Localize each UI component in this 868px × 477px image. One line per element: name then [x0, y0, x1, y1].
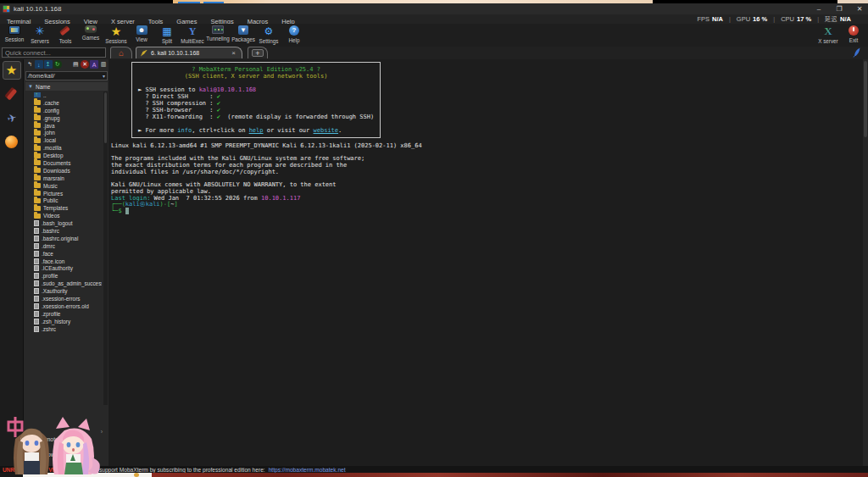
maximize-button[interactable]: ❐ [834, 5, 844, 13]
terminal-line: ? MobaXterm Personal Edition v25.4 ? [138, 66, 374, 73]
file-row[interactable]: .face.icon [25, 258, 102, 265]
packages-box-icon: ▼ [238, 25, 248, 35]
file-row[interactable]: .bashrc [25, 227, 102, 235]
view-button[interactable]: ☻View [129, 24, 154, 47]
file-name: marsrain [43, 175, 64, 181]
servers-button[interactable]: ✳Servers [27, 24, 53, 47]
toolbar-label: Tunneling [206, 36, 229, 42]
exit-button[interactable]: Exit [841, 24, 866, 47]
file-row[interactable]: .ICEauthority [25, 264, 102, 272]
sidebar-tab-sessions[interactable]: ★ [3, 61, 21, 80]
file-row[interactable]: .sudo_as_admin_successful [25, 280, 102, 287]
terminal-scrollbar[interactable] [863, 59, 868, 466]
file-row[interactable]: .xsession-errors [25, 295, 102, 302]
toolbar-label: MultiExec [181, 38, 203, 44]
rename-icon[interactable]: A [90, 60, 98, 69]
folder-icon [34, 198, 41, 203]
file-row[interactable]: .java [25, 122, 102, 130]
file-name: Public [43, 197, 58, 203]
file-row[interactable]: .Xauthority [25, 287, 102, 295]
file-row[interactable]: .zprofile [25, 310, 102, 318]
toolbar-label: Split [162, 38, 172, 44]
packages-button[interactable]: ▼Packages [231, 24, 256, 47]
session-button[interactable]: Session [2, 24, 27, 47]
folder-icon [34, 191, 41, 196]
file-row[interactable]: .profile [25, 272, 102, 280]
file-name: Desktop [43, 153, 63, 158]
new-tab-button[interactable]: + [248, 47, 268, 58]
sidebar-scrollbar[interactable] [103, 92, 108, 405]
tools-button[interactable]: Tools [53, 24, 78, 47]
power-exit-icon [849, 25, 859, 36]
terminal-pane[interactable]: ? MobaXterm Personal Edition v25.4 ?(SSH… [108, 59, 868, 466]
file-icon [34, 326, 39, 332]
sidebar-tab-macros[interactable]: ✈ [0, 107, 23, 130]
file-icon [34, 251, 39, 257]
new-folder-icon[interactable] [63, 60, 71, 69]
file-row[interactable]: .bash_logout [25, 219, 102, 227]
home-tab[interactable]: ⌂ [110, 47, 132, 58]
minimize-button[interactable]: – [814, 5, 824, 13]
file-name: .. [43, 92, 47, 98]
file-row[interactable]: .local [25, 136, 102, 144]
file-row[interactable]: .bashrc.original [25, 235, 102, 242]
mobatek-link[interactable]: https://mobaxterm.mobatek.net [269, 467, 346, 473]
file-name: .gnupg [43, 115, 60, 121]
file-name: .Xauthority [42, 288, 68, 294]
file-row[interactable]: Pictures [25, 190, 102, 197]
toolbar-label: Tools [59, 38, 72, 44]
delete-icon[interactable]: ✕ [81, 60, 89, 69]
games-button[interactable]: Games [78, 24, 103, 47]
background-white-block [23, 473, 152, 477]
sidebar-tab-tools[interactable] [3, 85, 21, 103]
collapse-chevron-icon[interactable]: › [101, 429, 103, 435]
upload-icon[interactable]: ↥ [44, 60, 53, 69]
session-tab-active[interactable]: 6. kali 10.10.1.168 × [136, 47, 242, 58]
multiexec-button[interactable]: YMultiExec [180, 24, 205, 47]
multiexec-y-icon: Y [186, 25, 199, 36]
file-row[interactable]: Public [25, 197, 102, 204]
file-row[interactable]: Videos [25, 212, 102, 219]
file-row[interactable]: .face [25, 250, 102, 258]
file-name: .face.icon [42, 258, 64, 264]
refresh-icon[interactable]: ↻ [53, 60, 62, 69]
file-row[interactable]: .zshrc [25, 325, 102, 333]
follow-terminal-folder-button[interactable]: Follow terminal folder [27, 451, 93, 458]
file-row[interactable]: .john [25, 129, 102, 136]
file-icon [34, 236, 39, 241]
file-row[interactable]: .zsh_history [25, 318, 102, 325]
tab-close-icon[interactable]: × [230, 49, 237, 57]
path-selector[interactable]: /home/kali/ ▾ [25, 71, 108, 80]
follow-sync-icon[interactable]: ▥ [99, 60, 108, 69]
folder-icon [34, 108, 41, 113]
sessions-button[interactable]: ★Sessions [103, 24, 129, 47]
terminal-cursor [125, 208, 129, 214]
terminal-line: ► For more info, ctrl+click on help or v… [138, 127, 374, 134]
close-button[interactable]: ✕ [854, 5, 865, 13]
file-row[interactable]: .dmrc [25, 242, 102, 250]
folder-icon [34, 153, 41, 158]
quick-connect-input[interactable] [2, 47, 106, 58]
folder-sync-icon [27, 451, 35, 458]
folder-icon [34, 183, 41, 188]
tunneling-button[interactable]: Tunneling [205, 24, 231, 47]
split-button[interactable]: ▦Split [154, 24, 180, 47]
settings-button[interactable]: ⚙Settings [256, 24, 281, 47]
feather-scratchpad-icon[interactable] [853, 47, 861, 58]
column-header-name[interactable]: ▼ Name [25, 82, 108, 91]
parent-dir-icon[interactable]: ↰ [25, 60, 34, 69]
file-row[interactable]: .xsession-errors.old [25, 302, 102, 310]
download-icon[interactable]: ↓ [35, 60, 43, 69]
help-button[interactable]: ?Help [281, 24, 307, 47]
sidebar-vertical-tabs: ★ ✈ [0, 59, 23, 466]
file-name: Pictures [43, 191, 63, 197]
session-pencil-icon [141, 50, 147, 57]
file-row[interactable]: Templates [25, 204, 102, 212]
mobaxterm-window: kali 10.10.1.168 – ❐ ✕ TerminalSessionsV… [0, 0, 868, 477]
remote-monitoring-button[interactable]: Remote monitoring [27, 435, 86, 442]
file-row[interactable]: .mozilla [25, 144, 102, 152]
sidebar-tab-sftp[interactable] [3, 132, 21, 151]
edit-file-icon[interactable]: ▤ [71, 60, 80, 69]
toolbar-label: Settings [259, 38, 279, 44]
x-server-button[interactable]: XX server [815, 24, 841, 47]
